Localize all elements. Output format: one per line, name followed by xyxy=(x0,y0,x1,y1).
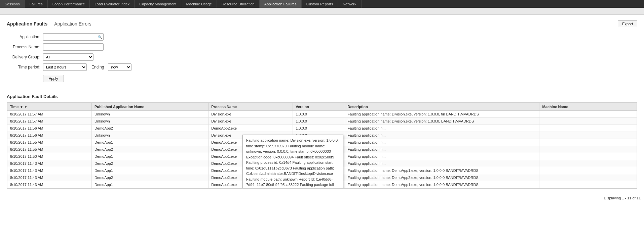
col-header-process[interactable]: Process Name xyxy=(209,103,293,111)
application-filter-row: Application: xyxy=(7,33,637,41)
time-period-select[interactable]: Last 2 hours xyxy=(43,63,87,71)
top-nav-item-logon-performance[interactable]: Logon Performance xyxy=(48,0,90,8)
time-period-filter-row: Time period: Last 2 hours Ending now xyxy=(7,63,637,71)
filter-form: Application: Process Name: Delivery Grou… xyxy=(7,33,637,82)
delivery-group-select[interactable]: All xyxy=(43,53,93,61)
col-header-description[interactable]: Description xyxy=(345,103,539,111)
delivery-group-label: Delivery Group: xyxy=(7,55,40,59)
top-nav-item-load-evaluator-index[interactable]: Load Evaluator Index xyxy=(90,0,135,8)
delivery-group-filter-row: Delivery Group: All xyxy=(7,53,637,61)
section-header: Application Faults Application Errors Ex… xyxy=(7,20,637,27)
top-nav-item-custom-reports[interactable]: Custom Reports xyxy=(302,0,338,8)
table-row[interactable]: 8/10/2017 11:56 AMDemoApp2DemoApp2.exe1.… xyxy=(7,125,637,132)
top-nav-item-application-failures[interactable]: Application Failures xyxy=(260,0,302,8)
top-nav-item-failures[interactable]: Failures xyxy=(25,0,48,8)
sub-navigation xyxy=(0,8,644,15)
main-content: Application Faults Application Errors Ex… xyxy=(0,15,644,194)
col-header-machine[interactable]: Machine Name xyxy=(539,103,637,111)
application-label: Application: xyxy=(7,35,40,39)
top-nav-item-machine-usage[interactable]: Machine Usage xyxy=(181,0,217,8)
apply-button[interactable]: Apply xyxy=(43,75,64,82)
process-name-label: Process Name: xyxy=(7,45,40,49)
top-nav-item-network[interactable]: Network xyxy=(338,0,361,8)
table-row[interactable]: 8/10/2017 11:57 AMUnknownDivision.exe1.0… xyxy=(7,111,637,118)
display-count: Displaying 1 - 11 of 11 xyxy=(604,196,641,200)
ending-label: Ending xyxy=(91,65,104,69)
col-header-appname[interactable]: Published Application Name xyxy=(91,103,208,111)
application-input[interactable] xyxy=(43,33,104,41)
application-faults-tab[interactable]: Application Faults xyxy=(7,21,47,27)
table-row[interactable]: 8/10/2017 11:57 AMUnknownDivision.exe1.0… xyxy=(7,118,637,125)
ending-select[interactable]: now xyxy=(108,63,131,71)
apply-row: Apply xyxy=(7,74,637,82)
top-navigation: SessionsFailuresLogon PerformanceLoad Ev… xyxy=(0,0,644,8)
process-name-filter-row: Process Name: xyxy=(7,43,637,51)
table-header-row: Time ▼ Published Application Name Proces… xyxy=(7,103,637,111)
top-nav-item-sessions[interactable]: Sessions xyxy=(0,0,25,8)
export-button[interactable]: Export xyxy=(618,20,637,27)
top-nav-item-capacity-management[interactable]: Capacity Management xyxy=(135,0,181,8)
table-section-title: Application Fault Details xyxy=(7,94,637,99)
col-header-version[interactable]: Version xyxy=(293,103,345,111)
top-nav-item-resource-utilization[interactable]: Resource Utilization xyxy=(217,0,260,8)
col-header-time[interactable]: Time ▼ xyxy=(7,103,92,111)
divider xyxy=(7,89,637,89)
tooltip-popup: Faulting application name: Division.exe,… xyxy=(242,135,343,189)
application-search-wrapper xyxy=(43,33,104,41)
time-period-label: Time period: xyxy=(7,65,40,69)
footer: Displaying 1 - 11 of 11 xyxy=(0,194,644,201)
table-section: Application Fault Details Time ▼ Publish… xyxy=(7,94,637,189)
process-name-input[interactable] xyxy=(43,43,104,51)
application-errors-tab[interactable]: Application Errors xyxy=(54,21,91,27)
table-wrapper[interactable]: Time ▼ Published Application Name Proces… xyxy=(7,102,637,189)
